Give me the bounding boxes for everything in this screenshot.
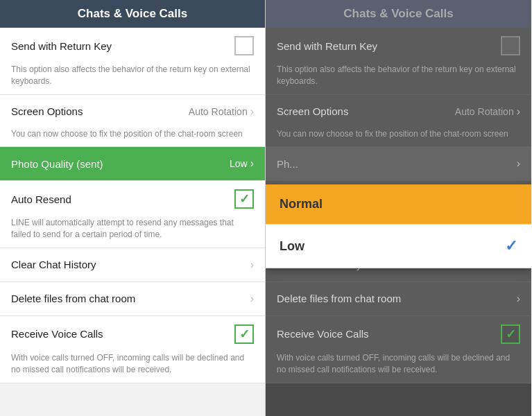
- left-auto-resend-item: Auto Resend ✓ LINE will automatically at…: [0, 181, 265, 248]
- left-panel: Chats & Voice Calls Send with Return Key…: [0, 0, 266, 416]
- left-receive-voice-calls-label: Receive Voice Calls: [11, 328, 103, 340]
- left-photo-quality-label: Photo Quality (sent): [11, 158, 103, 170]
- left-photo-quality-item: Photo Quality (sent) Low ›: [0, 147, 265, 181]
- right-delete-files-chevron-icon: ›: [517, 293, 520, 305]
- left-settings-list: Send with Return Key This option also af…: [0, 28, 265, 416]
- left-clear-chat-item: Clear Chat History ›: [0, 248, 265, 282]
- right-photo-quality-label: Ph...: [277, 158, 298, 170]
- left-screen-options-item: Screen Options Auto Rotation › You can n…: [0, 95, 265, 148]
- dropdown-low-label: Low: [280, 239, 304, 254]
- left-screen-options-chevron-icon: ›: [250, 105, 254, 118]
- left-send-return-key-desc: This option also affects the behavior of…: [0, 64, 265, 94]
- right-screen-options-value: Auto Rotation ›: [455, 105, 520, 118]
- right-receive-voice-calls-desc: With voice calls turned OFF, incoming ca…: [266, 352, 531, 383]
- right-receive-voice-calls-checkmark-icon: ✓: [506, 327, 516, 342]
- left-screen-options-label: Screen Options: [11, 105, 83, 117]
- left-send-return-key-row[interactable]: Send with Return Key: [0, 28, 265, 64]
- dropdown-normal-option[interactable]: Normal: [266, 184, 531, 225]
- right-send-return-key-desc: This option also affects the behavior of…: [266, 64, 531, 94]
- left-photo-quality-chevron-icon: ›: [250, 157, 254, 170]
- dropdown-normal-label: Normal: [280, 197, 323, 211]
- dropdown-low-checkmark-icon: ✓: [505, 237, 517, 255]
- right-receive-voice-calls-label: Receive Voice Calls: [277, 328, 369, 340]
- left-screen-options-value: Auto Rotation ›: [189, 105, 254, 118]
- left-delete-files-item: Delete files from chat room ›: [0, 282, 265, 316]
- left-receive-voice-calls-checkbox[interactable]: ✓: [234, 324, 254, 344]
- left-receive-voice-calls-desc: With voice calls turned OFF, incoming ca…: [0, 352, 265, 383]
- right-photo-quality-value: ›: [514, 157, 520, 170]
- right-screen-options-desc: You can now choose to fix the position o…: [266, 128, 531, 147]
- right-delete-files-row[interactable]: Delete files from chat room ›: [266, 282, 531, 315]
- left-photo-quality-row[interactable]: Photo Quality (sent) Low ›: [0, 147, 265, 180]
- left-delete-files-chevron-icon: ›: [250, 293, 254, 305]
- dropdown-low-option[interactable]: Low ✓: [266, 225, 531, 268]
- left-screen-options-row[interactable]: Screen Options Auto Rotation ›: [0, 95, 265, 128]
- right-receive-voice-calls-checkbox[interactable]: ✓: [501, 324, 520, 344]
- left-clear-chat-label: Clear Chat History: [11, 259, 96, 270]
- left-panel-header: Chats & Voice Calls: [0, 0, 265, 28]
- left-clear-chat-row[interactable]: Clear Chat History ›: [0, 248, 265, 281]
- left-auto-resend-row[interactable]: Auto Resend ✓: [0, 181, 265, 217]
- right-screen-options-chevron-icon: ›: [517, 105, 520, 118]
- left-send-return-key-checkbox[interactable]: [234, 36, 254, 55]
- right-settings-list: Send with Return Key This option also af…: [266, 28, 531, 416]
- left-auto-resend-checkmark-icon: ✓: [239, 191, 250, 207]
- right-send-return-key-label: Send with Return Key: [277, 40, 377, 52]
- left-delete-files-row[interactable]: Delete files from chat room ›: [0, 282, 265, 315]
- right-receive-voice-calls-row[interactable]: Receive Voice Calls ✓: [266, 316, 531, 352]
- left-auto-resend-checkbox[interactable]: ✓: [234, 189, 254, 209]
- right-receive-voice-calls-item: Receive Voice Calls ✓ With voice calls t…: [266, 316, 531, 383]
- right-delete-files-label: Delete files from chat room: [277, 293, 401, 304]
- left-delete-files-label: Delete files from chat room: [11, 293, 135, 304]
- left-send-return-key-item: Send with Return Key This option also af…: [0, 28, 265, 95]
- right-screen-options-value-text: Auto Rotation: [455, 106, 514, 117]
- left-clear-chat-chevron-icon: ›: [250, 259, 254, 271]
- left-photo-quality-value: Low ›: [230, 157, 254, 170]
- left-send-return-key-label: Send with Return Key: [11, 40, 112, 52]
- right-photo-quality-chevron-icon: ›: [517, 157, 520, 170]
- right-photo-quality-item: Ph... ›: [266, 147, 531, 181]
- right-delete-files-item: Delete files from chat room ›: [266, 282, 531, 316]
- left-screen-options-desc: You can now choose to fix the position o…: [0, 128, 265, 147]
- left-screen-options-value-text: Auto Rotation: [189, 106, 248, 117]
- right-photo-quality-row[interactable]: Ph... ›: [266, 147, 531, 180]
- right-panel-header: Chats & Voice Calls: [266, 0, 531, 28]
- left-auto-resend-label: Auto Resend: [11, 193, 71, 205]
- right-send-return-key-checkbox[interactable]: [501, 36, 520, 55]
- right-screen-options-row[interactable]: Screen Options Auto Rotation ›: [266, 95, 531, 128]
- right-send-return-key-item: Send with Return Key This option also af…: [266, 28, 531, 95]
- left-photo-quality-value-text: Low: [230, 158, 248, 169]
- left-auto-resend-desc: LINE will automatically attempt to resen…: [0, 217, 265, 248]
- right-send-return-key-row[interactable]: Send with Return Key: [266, 28, 531, 64]
- right-screen-options-label: Screen Options: [277, 105, 348, 117]
- left-receive-voice-calls-row[interactable]: Receive Voice Calls ✓: [0, 316, 265, 352]
- photo-quality-dropdown[interactable]: Normal Low ✓: [266, 184, 531, 268]
- left-receive-voice-calls-checkmark-icon: ✓: [239, 327, 250, 342]
- right-screen-options-item: Screen Options Auto Rotation › You can n…: [266, 95, 531, 148]
- left-receive-voice-calls-item: Receive Voice Calls ✓ With voice calls t…: [0, 316, 265, 383]
- right-panel: Chats & Voice Calls Send with Return Key…: [266, 0, 531, 416]
